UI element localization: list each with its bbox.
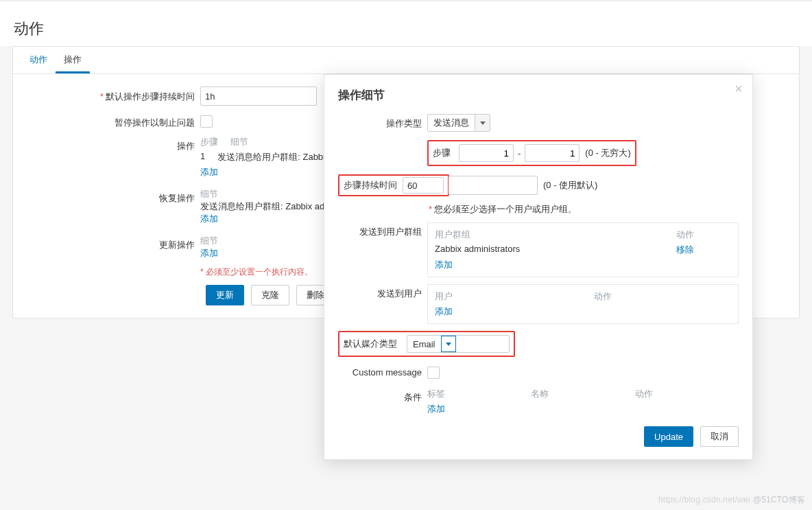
label-steps: 步骤: [433, 147, 459, 159]
operation-detail-modal: × 操作细节 操作类型 发送消息 步骤 - (0 - 无穷大) 步骤持续时间: [324, 74, 753, 460]
label-operations: 操作: [25, 136, 200, 152]
modal-footer: Update 取消: [338, 426, 739, 447]
ops-step-value: 1: [200, 151, 205, 163]
cond-col-tag: 标签: [427, 388, 531, 400]
groups-list: 用户群组 动作 Zabbix administrators 移除 添加: [427, 222, 739, 277]
label-send-groups: 发送到用户群组: [338, 222, 427, 238]
checkbox-custom-message[interactable]: [427, 367, 440, 379]
input-step-duration-extra[interactable]: [449, 176, 538, 195]
label-recovery: 恢复操作: [25, 188, 200, 205]
label-steps-spacer: [338, 139, 427, 142]
chevron-down-icon: [475, 115, 490, 131]
input-step-duration[interactable]: [403, 177, 444, 194]
select-op-type[interactable]: 发送消息: [427, 114, 490, 132]
step-duration-suffix: (0 - 使用默认): [538, 179, 597, 192]
highlight-step-duration: 步骤持续时间: [338, 174, 449, 196]
group-add-link[interactable]: 添加: [435, 259, 453, 270]
label-conditions: 条件: [338, 388, 427, 404]
watermark: https://blog.csdn.net/wei@51CTO博客: [658, 494, 805, 506]
group-remove-link[interactable]: 移除: [676, 244, 731, 256]
select-media-type[interactable]: Email: [407, 335, 510, 353]
highlight-steps: 步骤 - (0 - 无穷大): [427, 140, 636, 166]
modal-update-button[interactable]: Update: [644, 426, 693, 447]
conditions-list: 标签 名称 动作 添加: [427, 388, 739, 415]
group-row-name: Zabbix administrators: [435, 244, 676, 256]
user-add-link[interactable]: 添加: [435, 306, 453, 316]
input-step-to[interactable]: [525, 144, 580, 162]
users-col-action: 动作: [594, 290, 731, 303]
recovery-list: 细节 发送消息给用户群组: Zabbix adm 添加: [200, 188, 332, 225]
users-list: 用户 动作 添加: [427, 284, 739, 324]
modal-cancel-button[interactable]: 取消: [700, 426, 739, 447]
input-step-from[interactable]: [459, 144, 514, 162]
update-ops-add-link[interactable]: 添加: [200, 248, 218, 258]
step-separator: -: [514, 148, 525, 159]
tab-action[interactable]: 动作: [21, 47, 56, 73]
op-type-value: 发送消息: [428, 117, 475, 129]
update-ops-list: 细节 添加: [200, 235, 218, 259]
chevron-down-icon: [441, 336, 456, 352]
recovery-col-detail: 细节: [200, 188, 332, 200]
label-step-duration: 步骤持续时间: [344, 179, 403, 192]
close-icon[interactable]: ×: [735, 82, 743, 95]
must-select-note: *您必须至少选择一个用户或用户组。: [429, 203, 739, 216]
label-pause: 暂停操作以制止问题: [25, 113, 200, 129]
step-suffix: (0 - 无穷大): [580, 147, 630, 159]
clone-button[interactable]: 克隆: [251, 285, 289, 305]
label-update-ops: 更新操作: [25, 235, 200, 251]
required-asterisk: *: [100, 91, 104, 102]
tab-operation[interactable]: 操作: [56, 47, 90, 73]
ops-detail-value: 发送消息给用户群组: Zabbi: [217, 151, 325, 163]
modal-title: 操作细节: [338, 87, 739, 103]
update-ops-col-detail: 细节: [200, 235, 218, 247]
recovery-add-link[interactable]: 添加: [200, 213, 218, 224]
tab-bar: 动作 操作: [13, 47, 799, 74]
group-row: Zabbix administrators 移除: [435, 244, 731, 259]
cond-col-name: 名称: [531, 388, 634, 400]
required-note: *必须至少设置一个执行内容。: [200, 266, 313, 278]
label-media-type: 默认媒介类型: [344, 338, 403, 350]
label-custom-message: Custom message: [338, 364, 427, 378]
condition-add-link[interactable]: 添加: [427, 404, 445, 414]
cond-col-action: 动作: [635, 388, 739, 400]
operations-add-link[interactable]: 添加: [200, 167, 218, 177]
input-default-duration[interactable]: [200, 86, 317, 106]
users-col-name: 用户: [435, 290, 594, 303]
groups-col-name: 用户群组: [435, 229, 676, 241]
checkbox-pause[interactable]: [200, 115, 213, 128]
groups-col-action: 动作: [676, 229, 731, 241]
label-default-duration: *默认操作步骤持续时间: [25, 86, 200, 103]
media-type-value: Email: [407, 339, 441, 349]
label-send-users: 发送到用户: [338, 284, 427, 300]
page-title: 动作: [0, 0, 812, 46]
label-op-type: 操作类型: [338, 114, 427, 130]
ops-col-detail: 细节: [230, 136, 248, 148]
highlight-media-type: 默认媒介类型 Email: [338, 331, 515, 357]
ops-col-step: 步骤: [200, 136, 218, 148]
label-required-note: [25, 266, 200, 270]
recovery-detail-value: 发送消息给用户群组: Zabbix adm: [200, 200, 332, 213]
operations-list: 步骤 细节 1 发送消息给用户群组: Zabbi 添加: [200, 136, 325, 178]
update-button[interactable]: 更新: [206, 285, 244, 305]
